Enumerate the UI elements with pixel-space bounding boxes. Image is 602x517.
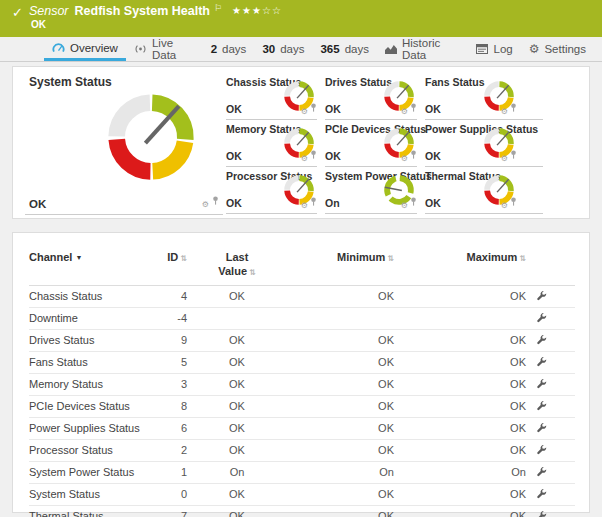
maximum-cell: OK [394,373,526,395]
last-value-cell: OK [187,483,287,505]
table-row: Thermal Status7OKOKOK [29,505,575,517]
column-header-id[interactable]: ID⇅ [154,243,187,285]
gauge-cell-value: OK [425,197,441,209]
gauge-cell-value: OK [226,197,242,209]
sort-icon: ⇅ [519,254,526,263]
gear-icon[interactable]: ⚙ [401,108,408,116]
gear-icon[interactable]: ⚙ [202,201,209,209]
edit-channel-wrench-icon[interactable] [536,378,547,389]
flag-icon[interactable]: ⚐ [214,3,222,13]
sensor-kind-label: Sensor [29,4,69,18]
gauge-cell-value: On [325,197,340,209]
last-value-cell: OK [187,439,287,461]
pin-icon[interactable] [510,192,517,210]
gauge-cell-value: OK [425,103,441,115]
gear-icon[interactable]: ⚙ [301,202,308,210]
maximum-cell: On [394,461,526,483]
channel-actions-cell [526,329,575,351]
pin-icon[interactable] [510,145,517,163]
channel-id-cell: -4 [154,307,187,329]
gauges-panel: System Status OK ⚙ Chassis Status OK ⚙ D… [12,66,590,219]
tab-2-days[interactable]: 2 days [203,37,255,61]
minimum-cell: OK [287,439,394,461]
pin-icon[interactable] [510,98,517,116]
pin-icon[interactable] [212,191,219,209]
gauge-cell-value: OK [425,150,441,162]
gauge-cell: Drives Status OK ⚙ [325,73,417,120]
ok-check-icon: ✓ [12,5,23,20]
maximum-cell: OK [394,483,526,505]
gear-icon[interactable]: ⚙ [401,155,408,163]
gauge-cell: Chassis Status OK ⚙ [226,73,317,120]
edit-channel-wrench-icon[interactable] [536,400,547,411]
column-header-minimum[interactable]: Minimum⇅ [287,243,394,285]
last-value-cell: OK [187,395,287,417]
channel-actions-cell [526,307,575,329]
channel-actions-cell [526,351,575,373]
tab-historic-data[interactable]: Historic Data [377,37,469,61]
edit-channel-wrench-icon[interactable] [536,444,547,455]
edit-channel-wrench-icon[interactable] [536,356,547,367]
edit-channel-wrench-icon[interactable] [536,334,547,345]
edit-channel-wrench-icon[interactable] [536,488,547,499]
tab-settings[interactable]: ⚙ Settings [521,37,594,61]
channel-name-cell: Processor Status [29,439,154,461]
minimum-cell: OK [287,483,394,505]
tab-365-days[interactable]: 365 days [312,37,376,61]
gear-icon[interactable]: ⚙ [501,155,508,163]
gauge-cell-value: OK [325,150,341,162]
gear-icon[interactable]: ⚙ [301,155,308,163]
gear-icon[interactable]: ⚙ [501,108,508,116]
pin-icon[interactable] [410,192,417,210]
table-row: Power Supplies Status6OKOKOK [29,417,575,439]
minimum-cell [287,307,394,329]
last-value-cell: OK [187,373,287,395]
pin-icon[interactable] [410,98,417,116]
tab-30-days[interactable]: 30 days [254,37,312,61]
last-value-cell: OK [187,329,287,351]
gauge-cell: Fans Status OK ⚙ [425,73,543,120]
sort-icon: ⇅ [249,268,256,277]
gear-icon[interactable]: ⚙ [401,202,408,210]
edit-channel-wrench-icon[interactable] [536,312,547,323]
edit-channel-wrench-icon[interactable] [536,466,547,477]
edit-channel-wrench-icon[interactable] [536,510,547,517]
tab-live-data[interactable]: Live Data [126,37,203,61]
gauge-cell-value: OK [325,103,341,115]
priority-stars[interactable]: ★★★☆☆ [232,5,282,16]
column-header-channel[interactable]: Channel▼ [29,243,154,285]
table-row: Drives Status9OKOKOK [29,329,575,351]
gauge-cell-value: OK [226,103,242,115]
pin-icon[interactable] [410,145,417,163]
chart-icon [385,44,397,54]
pin-icon[interactable] [310,98,317,116]
tab-log[interactable]: Log [468,37,520,61]
gear-icon[interactable]: ⚙ [301,108,308,116]
gear-icon[interactable]: ⚙ [501,202,508,210]
tab-bar: Overview Live Data 2 days 30 days 365 da… [0,37,602,62]
pin-icon[interactable] [310,192,317,210]
edit-channel-wrench-icon[interactable] [536,290,547,301]
minimum-cell: OK [287,417,394,439]
maximum-cell: OK [394,329,526,351]
column-header-maximum[interactable]: Maximum⇅ [394,243,526,285]
last-value-cell: OK [187,505,287,517]
gear-icon: ⚙ [529,43,540,55]
column-header-last-value[interactable]: Last Value⇅ [187,243,287,285]
channel-name-cell: PCIe Devices Status [29,395,154,417]
sort-icon: ⇅ [387,254,394,263]
channel-table: Channel▼ ID⇅ Last Value⇅ Minimum⇅ Maximu… [29,243,575,517]
channel-actions-cell [526,461,575,483]
last-value-cell [187,307,287,329]
channel-id-cell: 8 [154,395,187,417]
channel-actions-cell [526,483,575,505]
channel-id-cell: 0 [154,483,187,505]
tab-overview[interactable]: Overview [44,37,126,61]
pin-icon[interactable] [310,145,317,163]
table-row: System Status0OKOKOK [29,483,575,505]
channel-actions-cell [526,395,575,417]
channel-id-cell: 6 [154,417,187,439]
minimum-cell: OK [287,505,394,517]
gauge-cell: System Power Status On ⚙ [325,167,417,214]
edit-channel-wrench-icon[interactable] [536,422,547,433]
